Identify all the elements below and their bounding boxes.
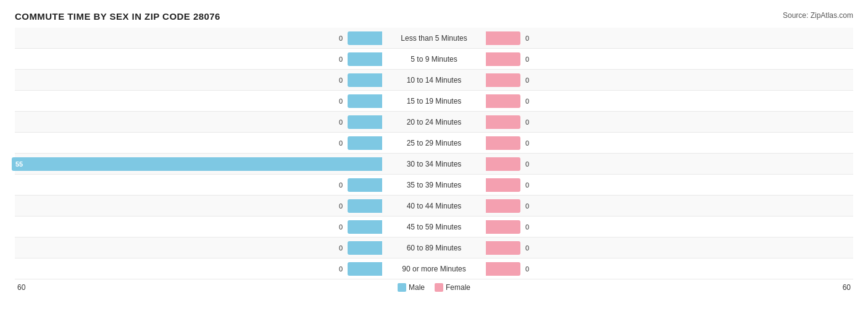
left-side: 0 (15, 258, 385, 279)
female-swatch (435, 283, 443, 292)
chart-area: 0Less than 5 Minutes005 to 9 Minutes0010… (15, 28, 853, 279)
bar-row: 5530 to 34 Minutes0 (15, 154, 853, 175)
female-value: 0 (525, 181, 529, 189)
male-value: 0 (339, 97, 343, 105)
legend-female: Female (435, 283, 470, 292)
bar-row: 090 or more Minutes0 (15, 258, 853, 279)
bar-row: 015 to 19 Minutes0 (15, 91, 853, 112)
row-label: 20 to 24 Minutes (385, 118, 483, 126)
row-label: 5 to 9 Minutes (385, 55, 483, 64)
male-value: 0 (339, 181, 343, 189)
page-container: COMMUTE TIME BY SEX IN ZIP CODE 28076 So… (15, 11, 853, 292)
row-label: Less than 5 Minutes (385, 34, 483, 43)
male-value: 0 (339, 35, 343, 42)
female-value: 0 (525, 244, 529, 252)
right-side: 0 (483, 154, 853, 174)
male-value: 0 (339, 139, 343, 147)
male-bar (348, 262, 382, 276)
male-bar: 55 (12, 157, 382, 171)
right-side: 0 (483, 237, 853, 258)
row-label: 45 to 59 Minutes (385, 223, 483, 231)
bar-row: 010 to 14 Minutes0 (15, 70, 853, 91)
female-bar (486, 52, 520, 66)
male-value: 0 (339, 118, 343, 126)
male-value: 0 (339, 56, 343, 63)
left-side: 0 (15, 28, 385, 48)
male-label: Male (409, 283, 425, 292)
source-text: Source: ZipAtlas.com (783, 11, 853, 20)
female-value: 0 (525, 76, 529, 84)
bar-row: 040 to 44 Minutes0 (15, 196, 853, 217)
bar-row: 035 to 39 Minutes0 (15, 175, 853, 196)
row-label: 90 or more Minutes (385, 265, 483, 273)
bar-row: 025 to 29 Minutes0 (15, 133, 853, 154)
row-label: 60 to 89 Minutes (385, 244, 483, 252)
left-side: 0 (15, 133, 385, 153)
bar-row: 060 to 89 Minutes0 (15, 237, 853, 258)
female-bar (486, 178, 520, 192)
female-bar (486, 73, 520, 87)
row-label: 10 to 14 Minutes (385, 76, 483, 85)
female-value: 0 (525, 202, 529, 210)
left-side: 0 (15, 112, 385, 132)
left-side: 0 (15, 70, 385, 90)
male-bar (348, 94, 382, 108)
male-bar (348, 31, 382, 45)
male-bar (348, 199, 382, 213)
chart-title: COMMUTE TIME BY SEX IN ZIP CODE 28076 (15, 11, 220, 22)
axis-row: 60 Male Female 60 (15, 283, 853, 292)
row-label: 35 to 39 Minutes (385, 181, 483, 189)
female-value: 0 (525, 223, 529, 231)
row-label: 25 to 29 Minutes (385, 139, 483, 147)
male-value: 55 (15, 160, 23, 168)
male-value: 0 (339, 76, 343, 84)
female-bar (486, 199, 520, 213)
female-bar (486, 262, 520, 276)
male-bar (348, 220, 382, 234)
female-value: 0 (525, 35, 529, 42)
male-value: 0 (339, 244, 343, 252)
male-bar (348, 115, 382, 129)
male-value: 0 (339, 265, 343, 273)
female-bar (486, 220, 520, 234)
left-side: 0 (15, 91, 385, 111)
female-bar (486, 31, 520, 45)
right-side: 0 (483, 196, 853, 216)
female-value: 0 (525, 139, 529, 147)
female-value: 0 (525, 160, 529, 168)
left-side: 0 (15, 237, 385, 258)
bar-row: 020 to 24 Minutes0 (15, 112, 853, 133)
male-bar (348, 241, 382, 255)
left-side: 0 (15, 175, 385, 195)
row-label: 40 to 44 Minutes (385, 202, 483, 210)
female-value: 0 (525, 118, 529, 126)
bar-row: 0Less than 5 Minutes0 (15, 28, 853, 49)
female-value: 0 (525, 97, 529, 105)
right-side: 0 (483, 91, 853, 111)
female-value: 0 (525, 56, 529, 63)
right-side: 0 (483, 217, 853, 237)
left-side: 0 (15, 217, 385, 237)
bar-row: 045 to 59 Minutes0 (15, 217, 853, 237)
male-bar (348, 73, 382, 87)
right-side: 0 (483, 175, 853, 195)
legend: Male Female (386, 283, 482, 292)
male-value: 0 (339, 223, 343, 231)
right-side: 0 (483, 49, 853, 69)
bar-row: 05 to 9 Minutes0 (15, 49, 853, 70)
right-side: 0 (483, 70, 853, 90)
male-bar (348, 178, 382, 192)
row-label: 15 to 19 Minutes (385, 97, 483, 105)
female-bar (486, 241, 520, 255)
female-label: Female (446, 283, 470, 292)
female-bar (486, 157, 520, 171)
male-value: 0 (339, 202, 343, 210)
header-row: COMMUTE TIME BY SEX IN ZIP CODE 28076 So… (15, 11, 853, 22)
axis-right-label: 60 (482, 283, 853, 292)
female-bar (486, 115, 520, 129)
female-value: 0 (525, 265, 529, 273)
right-side: 0 (483, 133, 853, 153)
legend-male: Male (398, 283, 425, 292)
female-bar (486, 136, 520, 150)
male-swatch (398, 283, 406, 292)
